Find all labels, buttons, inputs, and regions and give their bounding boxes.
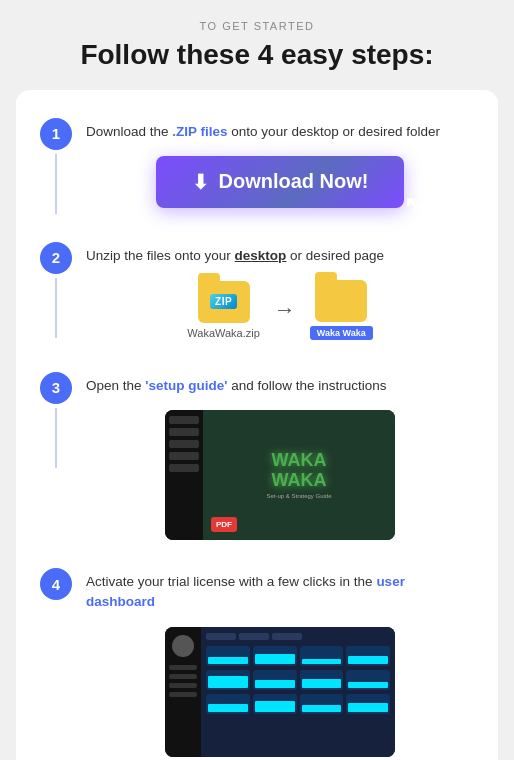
step-4-circle: 4 [40, 568, 72, 600]
step-2-content: Unzip the files onto your desktop or des… [86, 242, 474, 344]
subtitle: TO GET STARTED [16, 20, 498, 32]
setup-sidebar-item [169, 464, 199, 472]
setup-main: WAKAWAKA Set-up & Strategy Guide PDF [203, 410, 395, 540]
desktop-bold: desktop [235, 248, 287, 263]
arrow-icon: → [274, 297, 296, 323]
dash-header-chip [272, 633, 302, 640]
download-label: Download Now! [219, 170, 369, 193]
zip-illustration: ZIP WakaWaka.zip → Waka Waka [86, 280, 474, 340]
dash-card-bar [208, 704, 248, 712]
dash-main [201, 627, 395, 757]
dash-header-chip [206, 633, 236, 640]
zip-folder: ZIP WakaWaka.zip [187, 281, 260, 339]
step-3-circle: 3 [40, 372, 72, 404]
user-dashboard-link[interactable]: user dashboard [86, 574, 405, 609]
waka-title: WAKAWAKA [272, 451, 327, 491]
step-4-text: Activate your trial license with a few c… [86, 572, 474, 613]
setup-mockup-inner: WAKAWAKA Set-up & Strategy Guide PDF [165, 410, 395, 540]
dash-sidebar-line [169, 674, 197, 679]
step-3-left: 3 [40, 372, 72, 468]
step-1-left: 1 [40, 118, 72, 214]
step-2-text: Unzip the files onto your desktop or des… [86, 246, 474, 266]
dash-card-bar [302, 679, 342, 688]
dash-grid-row [206, 646, 390, 666]
setup-sidebar-item [169, 416, 199, 424]
dash-card [346, 670, 390, 690]
step-3-text: Open the 'setup guide' and follow the in… [86, 376, 474, 396]
page-wrapper: TO GET STARTED Follow these 4 easy steps… [0, 0, 514, 760]
setup-guide-mockup: WAKAWAKA Set-up & Strategy Guide PDF [165, 410, 395, 540]
dash-card-bar [348, 656, 388, 664]
step-1: 1 Download the .ZIP files onto your desk… [40, 118, 474, 214]
dash-card [206, 694, 250, 714]
setup-sidebar-item [169, 452, 199, 460]
download-btn-wrapper: ⬇ Download Now! ↖ [86, 156, 474, 208]
dash-grid-row [206, 670, 390, 690]
dash-card [300, 670, 344, 690]
setup-sidebar-item [169, 428, 199, 436]
dash-card-bar [255, 654, 295, 664]
dash-sidebar-line [169, 665, 197, 670]
dash-card-bar [255, 701, 295, 711]
step-1-text: Download the .ZIP files onto your deskto… [86, 122, 474, 142]
dash-header-chip [239, 633, 269, 640]
dash-card [346, 646, 390, 666]
step-3: 3 Open the 'setup guide' and follow the … [40, 372, 474, 540]
setup-guide-link[interactable]: 'setup guide' [145, 378, 227, 393]
pdf-badge: PDF [211, 517, 237, 532]
dash-card-bar [348, 703, 388, 712]
step-4: 4 Activate your trial license with a few… [40, 568, 474, 757]
zip-filename: WakaWaka.zip [187, 327, 260, 339]
dash-card [253, 694, 297, 714]
step-4-left: 4 [40, 568, 72, 600]
dash-card [300, 694, 344, 714]
step-2-circle: 2 [40, 242, 72, 274]
dash-card-bar [208, 657, 248, 663]
dash-grid-row [206, 694, 390, 714]
dash-card [300, 646, 344, 666]
dash-card-bar [302, 705, 342, 711]
steps-card: 1 Download the .ZIP files onto your desk… [16, 90, 498, 760]
dash-card-bar [255, 680, 295, 687]
waka-subtitle: Set-up & Strategy Guide [266, 493, 331, 499]
step-3-line [55, 408, 57, 468]
dash-header-bar [206, 633, 390, 640]
cursor-icon: ↖ [404, 192, 422, 218]
setup-sidebar [165, 410, 203, 540]
step-2: 2 Unzip the files onto your desktop or d… [40, 242, 474, 344]
step-1-circle: 1 [40, 118, 72, 150]
step-4-content: Activate your trial license with a few c… [86, 568, 474, 757]
dest-folder: Waka Waka [310, 280, 373, 340]
dash-sidebar-line [169, 683, 197, 688]
dash-card-bar [302, 659, 342, 664]
dash-sidebar [165, 627, 201, 757]
folder-icon-zip: ZIP [198, 281, 250, 323]
main-title: Follow these 4 easy steps: [16, 38, 498, 72]
dashboard-mockup [165, 627, 395, 757]
dash-card [253, 670, 297, 690]
waka-badge: Waka Waka [310, 326, 373, 340]
step-2-left: 2 [40, 242, 72, 338]
dash-sidebar-line [169, 692, 197, 697]
dash-card [206, 670, 250, 690]
step-2-line [55, 278, 57, 338]
dash-card [346, 694, 390, 714]
zip-link[interactable]: .ZIP files [172, 124, 227, 139]
folder-icon-plain [315, 280, 367, 322]
download-icon: ⬇ [192, 170, 209, 194]
dash-avatar [172, 635, 194, 657]
download-button[interactable]: ⬇ Download Now! ↖ [156, 156, 405, 208]
dash-card-bar [348, 682, 388, 688]
step-1-content: Download the .ZIP files onto your deskto… [86, 118, 474, 212]
zip-badge: ZIP [210, 294, 237, 309]
dash-card-bar [208, 676, 248, 687]
step-3-content: Open the 'setup guide' and follow the in… [86, 372, 474, 540]
setup-sidebar-item [169, 440, 199, 448]
dash-card [253, 646, 297, 666]
dash-card [206, 646, 250, 666]
step-1-line [55, 154, 57, 214]
